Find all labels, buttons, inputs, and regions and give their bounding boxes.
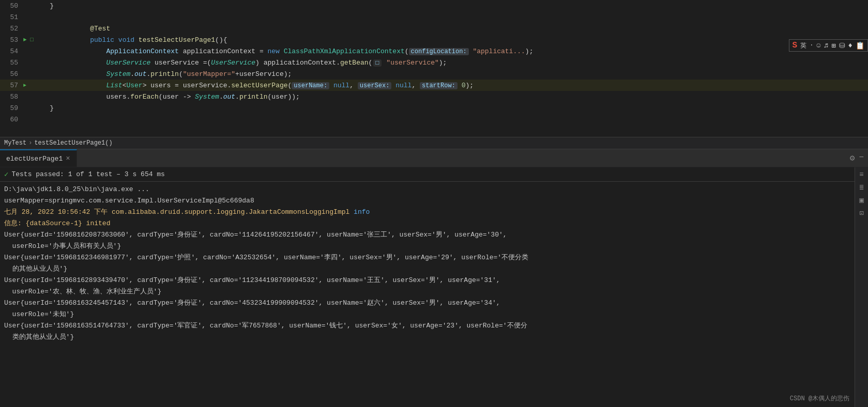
console-line-5: User{userId='15968162087363060', cardTyp… bbox=[4, 229, 864, 241]
line-num-52: 52 bbox=[0, 25, 23, 33]
breadcrumb-sep: › bbox=[28, 139, 32, 147]
code-line-60: 60 bbox=[0, 114, 868, 125]
tab-close-btn[interactable]: × bbox=[66, 154, 70, 163]
line-content-50: } bbox=[34, 2, 868, 10]
line-ind-57: ► bbox=[23, 83, 34, 88]
code-lines: 50 } 51 52 @Test 53 ► bbox=[0, 0, 868, 125]
line-num-51: 51 bbox=[0, 13, 23, 21]
tab-right-icons: ⚙ − bbox=[850, 153, 864, 163]
line-num-50: 50 bbox=[0, 2, 23, 10]
console-line-3: 七月 28, 2022 10:56:42 下午 com.alibaba.drui… bbox=[4, 207, 864, 218]
ime-toolbar[interactable]: S 英 · ☺ ♬ ⊞ ⛁ ♦ 📋 bbox=[789, 39, 868, 52]
right-panel-toolbar: ≡ ≣ ▣ ⊡ bbox=[855, 167, 868, 407]
console-line-13: User{userId='15968163514764733', cardTyp… bbox=[4, 320, 864, 332]
console-line-10: userRole='农、林、牧、渔、水利业生产人员'} bbox=[4, 286, 864, 298]
ime-brand-icon: S bbox=[793, 41, 798, 50]
breadcrumb-bar: MyTest › testSelectUserPage1() bbox=[0, 137, 868, 149]
code-line-59: 59 } bbox=[0, 102, 868, 114]
tab-label: electUserPage1 bbox=[6, 155, 63, 163]
line-num-60: 60 bbox=[0, 116, 23, 123]
ime-clip[interactable]: 📋 bbox=[856, 41, 864, 50]
minimize-icon[interactable]: − bbox=[859, 153, 864, 163]
ime-lang[interactable]: 英 bbox=[800, 41, 806, 50]
console-line-4: 信息: {dataSource-1} inited bbox=[4, 218, 864, 229]
line-num-53: 53 bbox=[0, 36, 23, 44]
right-icon-2[interactable]: ≣ bbox=[859, 183, 863, 192]
console-line-14: 类的其他从业人员'} bbox=[4, 332, 864, 343]
console-line-8: 的其他从业人员'} bbox=[4, 263, 864, 275]
watermark: CSDN @木偶人的悲伤 bbox=[790, 394, 849, 403]
ime-mic[interactable]: ♬ bbox=[824, 41, 828, 50]
test-result-text: Tests passed: 1 of 1 test – 3 s 654 ms bbox=[11, 170, 164, 178]
line-num-58: 58 bbox=[0, 93, 23, 101]
main-container: S 英 · ☺ ♬ ⊞ ⛁ ♦ 📋 50 } 51 bbox=[0, 0, 868, 407]
right-icon-3[interactable]: ▣ bbox=[859, 196, 863, 205]
ime-emoji[interactable]: ☺ bbox=[816, 41, 820, 50]
console-line-12: userRole='未知'} bbox=[4, 309, 864, 320]
code-line-50: 50 } bbox=[0, 0, 868, 11]
test-pass-icon: ✓ bbox=[4, 170, 8, 179]
ime-grid[interactable]: ⊞ bbox=[831, 41, 835, 50]
console-line-7: User{userId='15968162346981977', cardTyp… bbox=[4, 252, 864, 263]
console-line-1: D:\java\jdk1.8.0_25\bin\java.exe ... bbox=[4, 184, 864, 195]
line-content-59: } bbox=[34, 104, 868, 112]
tab-bar: electUserPage1 × ⚙ − bbox=[0, 149, 868, 167]
right-icon-4[interactable]: ⊡ bbox=[859, 209, 863, 217]
ime-dot: · bbox=[810, 42, 813, 49]
bottom-panel: MyTest › testSelectUserPage1() electUser… bbox=[0, 137, 868, 407]
console-line-9: User{userId='15968162893439470', cardTyp… bbox=[4, 275, 864, 286]
console-line-6: userRole='办事人员和有关人员'} bbox=[4, 241, 864, 252]
line-num-54: 54 bbox=[0, 48, 23, 55]
line-ind-53: ► □ bbox=[23, 37, 34, 43]
line-num-55: 55 bbox=[0, 59, 23, 67]
ime-gift[interactable]: ⛁ bbox=[839, 41, 845, 50]
breadcrumb-method: testSelectUserPage1() bbox=[34, 139, 112, 147]
settings-icon[interactable]: ⚙ bbox=[850, 153, 855, 163]
right-icon-1[interactable]: ≡ bbox=[859, 170, 863, 179]
ime-shirt[interactable]: ♦ bbox=[848, 41, 852, 50]
console-line-11: User{userId='15968163245457143', cardTyp… bbox=[4, 298, 864, 309]
tab-select-user-page1[interactable]: electUserPage1 × bbox=[0, 149, 77, 167]
line-num-57: 57 bbox=[0, 82, 23, 89]
line-num-56: 56 bbox=[0, 70, 23, 78]
console-output: D:\java\jdk1.8.0_25\bin\java.exe ... use… bbox=[0, 182, 868, 407]
code-editor: S 英 · ☺ ♬ ⊞ ⛁ ♦ 📋 50 } 51 bbox=[0, 0, 868, 137]
line-num-59: 59 bbox=[0, 104, 23, 112]
code-line-58: 58 users.forEach(user -> System.out.prin… bbox=[0, 91, 868, 102]
console-line-2: userMapper=springmvc.com.service.Impl.Us… bbox=[4, 195, 864, 207]
breadcrumb-mytest: MyTest bbox=[4, 139, 26, 147]
test-result-bar: ✓ Tests passed: 1 of 1 test – 3 s 654 ms bbox=[0, 167, 868, 182]
